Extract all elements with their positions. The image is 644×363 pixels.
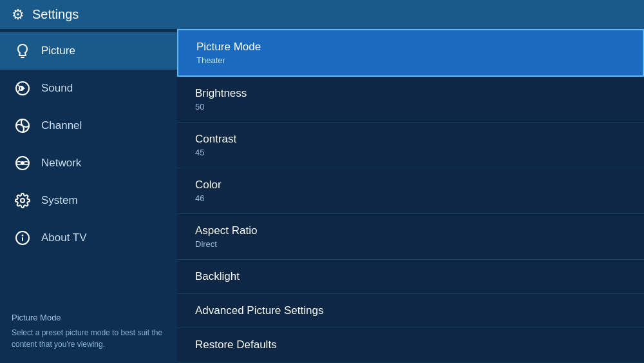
aspect-ratio-value: Direct bbox=[195, 239, 626, 249]
sidebar-item-channel[interactable]: Channel bbox=[0, 107, 177, 144]
picture-icon bbox=[13, 41, 32, 61]
about-icon bbox=[13, 228, 32, 248]
main-layout: Picture Sound C bbox=[0, 29, 644, 363]
content-item-brightness[interactable]: Brightness 50 bbox=[177, 77, 644, 123]
restore-defaults-label: Restore Defaults bbox=[195, 338, 626, 351]
channel-icon bbox=[13, 116, 32, 135]
content-item-color[interactable]: Color 46 bbox=[177, 168, 644, 214]
content-item-backlight[interactable]: Backlight bbox=[177, 260, 644, 294]
brightness-label: Brightness bbox=[195, 87, 626, 100]
sidebar: Picture Sound C bbox=[0, 29, 177, 363]
sidebar-item-picture[interactable]: Picture bbox=[0, 32, 177, 70]
footer-title: Picture Mode bbox=[12, 311, 166, 324]
contrast-value: 45 bbox=[195, 148, 626, 157]
content-item-aspect-ratio[interactable]: Aspect Ratio Direct bbox=[177, 214, 644, 260]
backlight-label: Backlight bbox=[195, 270, 626, 283]
sidebar-label-channel: Channel bbox=[41, 119, 82, 132]
footer-description: Select a preset picture mode to best sui… bbox=[12, 327, 166, 350]
gear-icon: ⚙ bbox=[12, 6, 24, 23]
content-item-picture-mode[interactable]: Picture Mode Theater bbox=[177, 29, 644, 77]
svg-point-8 bbox=[21, 199, 24, 202]
sound-icon bbox=[13, 79, 32, 98]
picture-mode-value: Theater bbox=[196, 55, 625, 65]
svg-point-7 bbox=[21, 161, 24, 165]
content-item-advanced-picture[interactable]: Advanced Picture Settings bbox=[177, 294, 644, 328]
sidebar-label-system: System bbox=[41, 194, 78, 207]
color-label: Color bbox=[195, 179, 626, 191]
sidebar-item-sound[interactable]: Sound bbox=[0, 70, 177, 107]
sidebar-label-network: Network bbox=[41, 157, 81, 170]
brightness-value: 50 bbox=[195, 102, 626, 112]
picture-mode-label: Picture Mode bbox=[196, 41, 625, 54]
content-item-contrast[interactable]: Contrast 45 bbox=[177, 123, 644, 168]
content-panel: Picture Mode Theater Brightness 50 Contr… bbox=[177, 29, 644, 363]
sidebar-label-about: About TV bbox=[41, 231, 87, 244]
sidebar-footer: Picture Mode Select a preset picture mod… bbox=[0, 300, 177, 364]
content-item-restore-defaults[interactable]: Restore Defaults bbox=[177, 328, 644, 362]
aspect-ratio-label: Aspect Ratio bbox=[195, 224, 626, 237]
color-value: 46 bbox=[195, 193, 626, 203]
sidebar-label-sound: Sound bbox=[41, 82, 73, 95]
sidebar-item-system[interactable]: System bbox=[0, 182, 177, 219]
advanced-picture-label: Advanced Picture Settings bbox=[195, 304, 626, 317]
network-icon bbox=[13, 153, 32, 173]
settings-title: Settings bbox=[32, 7, 79, 22]
sidebar-item-about[interactable]: About TV bbox=[0, 219, 177, 257]
header: ⚙ Settings bbox=[0, 0, 644, 29]
sidebar-item-network[interactable]: Network bbox=[0, 144, 177, 182]
sidebar-label-picture: Picture bbox=[41, 44, 75, 57]
contrast-label: Contrast bbox=[195, 133, 626, 146]
system-icon bbox=[13, 191, 32, 210]
